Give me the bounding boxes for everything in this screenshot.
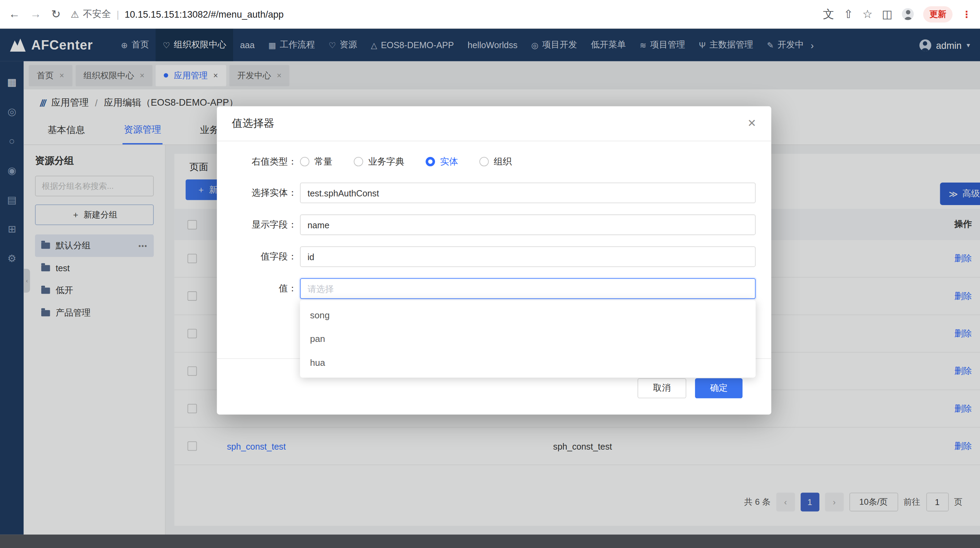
value-select-input[interactable] <box>300 278 756 299</box>
entity-input[interactable] <box>300 183 756 203</box>
refresh-icon[interactable]: ↻ <box>51 7 60 21</box>
radio-organization[interactable]: 组织 <box>479 156 512 167</box>
radio-entity[interactable]: 实体 <box>426 156 458 167</box>
value-field-input[interactable] <box>300 246 756 267</box>
display-field-input[interactable] <box>300 214 756 235</box>
screen: ← → ↻ ⚠ 不安全 | 10.15.15.151:13082/#/menu_… <box>0 0 980 548</box>
back-icon[interactable]: ← <box>9 8 20 21</box>
radio-icon <box>479 156 488 166</box>
value-field-label: 值字段： <box>227 251 297 263</box>
translate-icon[interactable]: 文 <box>823 6 834 21</box>
radio-constant[interactable]: 常量 <box>300 156 332 167</box>
close-icon[interactable]: ✕ <box>747 117 756 130</box>
radio-icon <box>354 156 363 166</box>
radio-business-dict[interactable]: 业务字典 <box>354 156 404 167</box>
browser-bar: ← → ↻ ⚠ 不安全 | 10.15.15.151:13082/#/menu_… <box>0 0 980 29</box>
bookmark-star-icon[interactable]: ☆ <box>862 7 872 21</box>
browser-update-button[interactable]: 更新 <box>923 6 953 22</box>
browser-menu-icon[interactable]: ⋮ <box>962 8 971 19</box>
entity-label: 选择实体： <box>227 187 297 199</box>
type-label: 右值类型： <box>227 156 297 167</box>
value-options-dropdown: song pan hua <box>300 300 756 378</box>
divider: | <box>117 9 119 19</box>
share-icon[interactable]: ⇧ <box>843 7 853 21</box>
value-label: 值： <box>227 283 297 295</box>
value-selector-modal: 值选择器 ✕ 右值类型： 常量 业务字典 实体 组织 选择实体： 显示字段： <box>217 106 771 415</box>
browser-profile-avatar[interactable] <box>902 8 913 20</box>
option-song[interactable]: song <box>300 303 756 327</box>
option-hua[interactable]: hua <box>300 351 756 375</box>
radio-icon <box>300 156 309 166</box>
forward-icon[interactable]: → <box>30 8 41 21</box>
side-panel-icon[interactable]: ◫ <box>882 7 893 21</box>
url-text[interactable]: 10.15.15.151:13082/#/menu_auth/app <box>125 9 283 19</box>
modal-title: 值选择器 <box>232 116 275 131</box>
option-pan[interactable]: pan <box>300 327 756 351</box>
display-field-label: 显示字段： <box>227 219 297 231</box>
cancel-button[interactable]: 取消 <box>638 378 686 398</box>
address-bar[interactable]: ⚠ 不安全 | 10.15.15.151:13082/#/menu_auth/a… <box>71 8 813 20</box>
right-value-type-group: 常量 业务字典 实体 组织 <box>300 156 512 167</box>
warning-icon: ⚠ <box>71 8 79 19</box>
ok-button[interactable]: 确定 <box>695 378 743 398</box>
security-label[interactable]: 不安全 <box>83 8 111 20</box>
radio-icon <box>426 156 435 166</box>
